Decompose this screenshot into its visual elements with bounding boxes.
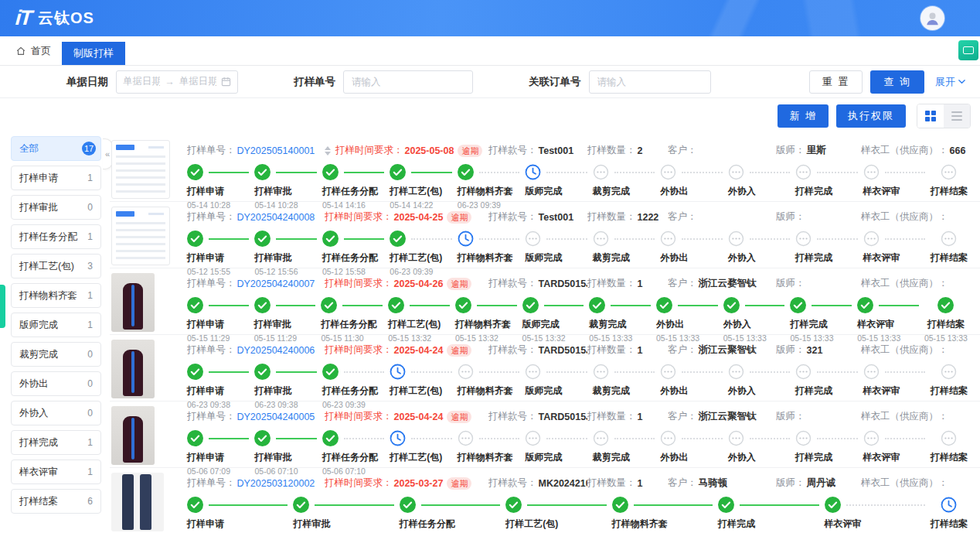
sample-thumbnail[interactable] — [111, 207, 170, 265]
time-field-label: 打样时间要求： — [325, 210, 393, 224]
step-status-icon — [187, 231, 203, 247]
sidebar-item-label: 样衣评审 — [19, 466, 58, 479]
step-connector — [276, 238, 316, 240]
tab-home[interactable]: 首页 — [15, 44, 62, 65]
list-view-button[interactable] — [944, 104, 970, 128]
workflow-step: 打样结案 — [931, 497, 968, 533]
order-no-link[interactable]: DY202504240007 — [237, 278, 315, 289]
ellipsis-circle-icon — [525, 430, 541, 446]
step-connector — [276, 438, 316, 439]
order-no-link[interactable]: DY202505140001 — [237, 145, 315, 156]
ellipsis-circle-icon — [863, 231, 880, 247]
table-row[interactable]: 打样单号： DY202504240006 打样时间要求： 2025-04-24 … — [110, 335, 980, 401]
search-button[interactable]: 查 询 — [870, 70, 924, 94]
table-row[interactable]: 打样单号： DY202504240007 打样时间要求： 2025-04-26 … — [110, 268, 980, 335]
filter-order-no: 关联订单号 — [529, 70, 711, 94]
sidebar-filter-item[interactable]: 打样物料齐套 1 — [11, 283, 101, 308]
sample-thumbnail[interactable] — [111, 406, 155, 465]
sidebar-filter-item[interactable]: 打样审批 0 — [11, 195, 101, 220]
sidebar-filter-item[interactable]: 打样任务分配 1 — [11, 224, 101, 249]
sidebar-filter-item[interactable]: 外协出 0 — [11, 371, 101, 396]
sample-no-input[interactable] — [343, 70, 473, 94]
clock-icon — [458, 231, 474, 247]
step-status-icon — [863, 231, 880, 247]
step-name: 裁剪完成 — [593, 451, 660, 464]
thumbnail-wrap — [111, 140, 178, 201]
step-status-icon — [522, 297, 539, 313]
step-name: 打样审批 — [254, 251, 322, 265]
sample-worker-field-label: 样衣工（供应商）： — [861, 210, 948, 224]
overdue-badge: 逾期 — [447, 211, 471, 224]
check-circle-icon — [254, 231, 271, 247]
sidebar-filter-item[interactable]: 打样结案 6 — [11, 489, 101, 514]
clock-icon — [525, 164, 541, 180]
order-no-link[interactable]: DY202504240005 — [237, 412, 315, 422]
step-status-icon — [593, 430, 609, 446]
sidebar-filter-item[interactable]: 裁剪完成 0 — [11, 342, 101, 367]
step-status-icon — [723, 297, 740, 313]
step-status-icon — [458, 164, 474, 180]
sort-arrows-icon[interactable] — [325, 146, 331, 155]
ellipsis-circle-icon — [941, 364, 957, 380]
step-connector — [846, 504, 925, 506]
step-status-icon — [293, 497, 309, 513]
sidebar-item-count: 1 — [87, 173, 93, 183]
tab-pattern-sampling[interactable]: 制版打样 — [62, 42, 125, 65]
grid-view-button[interactable] — [917, 104, 944, 128]
sidebar-item-label: 外协入 — [19, 407, 49, 420]
date-range-input[interactable]: 单据日期... → 单据日期... — [116, 70, 238, 94]
add-button[interactable]: 新 增 — [778, 104, 829, 128]
sidebar-filter-item[interactable]: 打样工艺(包) 3 — [11, 254, 101, 278]
step-connector — [209, 238, 249, 240]
check-circle-icon — [187, 164, 203, 180]
qty-value: 1 — [638, 478, 643, 489]
sample-thumbnail[interactable] — [111, 473, 164, 531]
table-row[interactable]: 打样单号： DY202504240008 打样时间要求： 2025-04-25 … — [110, 202, 980, 268]
step-connector — [479, 371, 519, 373]
user-avatar[interactable] — [920, 6, 944, 30]
expand-toggle[interactable]: 展开 — [935, 75, 966, 89]
step-status-icon — [937, 297, 954, 313]
sidebar-filter-item[interactable]: 全部 17 — [11, 136, 101, 161]
step-status-icon — [728, 364, 744, 380]
check-circle-icon — [254, 430, 271, 446]
order-list: 打样单号： DY202505140001 打样时间要求： 2025-05-08 … — [110, 135, 980, 533]
sidebar-filter-item[interactable]: 版师完成 1 — [11, 313, 101, 337]
order-no-link[interactable]: DY202504240008 — [237, 212, 315, 223]
sidebar-filter-item[interactable]: 样衣评审 1 — [11, 460, 101, 484]
sidebar-filter-item[interactable]: 打样完成 1 — [11, 430, 101, 455]
side-accent-handle[interactable] — [0, 285, 5, 328]
step-name: 打样结案 — [931, 451, 968, 464]
sample-thumbnail[interactable] — [111, 273, 155, 332]
qty-field-label: 打样数量： — [587, 144, 636, 157]
step-connector — [614, 238, 655, 240]
step-status-icon — [187, 430, 203, 446]
step-connector — [817, 438, 857, 439]
row-main: 打样单号： DY202503120002 打样时间要求： 2025-03-27 … — [187, 473, 972, 533]
time-required-value: 2025-04-26 — [394, 278, 444, 289]
step-connector — [546, 238, 587, 240]
sample-thumbnail[interactable] — [111, 340, 155, 398]
order-no-input[interactable] — [589, 70, 711, 94]
table-row[interactable]: 打样单号： DY202503120002 打样时间要求： 2025-03-27 … — [110, 468, 980, 533]
style-field-label: 打样款号： — [488, 210, 537, 224]
step-name: 样衣评审 — [857, 318, 924, 331]
table-row[interactable]: 打样单号： DY202504240005 打样时间要求： 2025-04-24 … — [110, 401, 980, 468]
style-field-label: 打样款号： — [488, 144, 537, 157]
sidebar-filter-item[interactable]: 外协入 0 — [11, 401, 101, 425]
pattern-maker-field-label: 版师： — [776, 343, 805, 357]
sidebar-filter-item[interactable]: 打样申请 1 — [11, 166, 101, 190]
table-row[interactable]: 打样单号： DY202505140001 打样时间要求： 2025-05-08 … — [110, 135, 980, 202]
execute-permission-button[interactable]: 执行权限 — [836, 104, 906, 128]
reset-button[interactable]: 重 置 — [809, 70, 863, 94]
order-no-field-label: 打样单号： — [187, 210, 236, 224]
ellipsis-circle-icon — [795, 430, 812, 446]
order-no-link[interactable]: DY202503120002 — [237, 478, 315, 489]
order-no-link[interactable]: DY202504240006 — [237, 345, 315, 356]
step-name: 打样工艺(包) — [390, 185, 457, 198]
overdue-badge: 逾期 — [447, 411, 471, 423]
sample-worker-field-label: 样衣工（供应商）： — [861, 410, 948, 423]
sample-thumbnail[interactable] — [111, 140, 170, 199]
step-connector — [546, 371, 587, 373]
assistant-widget[interactable] — [958, 40, 978, 60]
